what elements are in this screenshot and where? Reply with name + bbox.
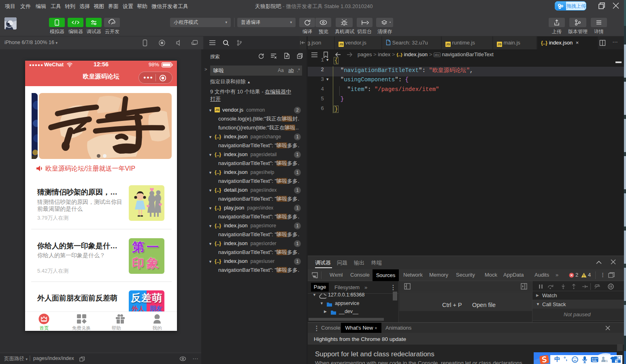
svg-text:21: 21 [604, 359, 608, 363]
